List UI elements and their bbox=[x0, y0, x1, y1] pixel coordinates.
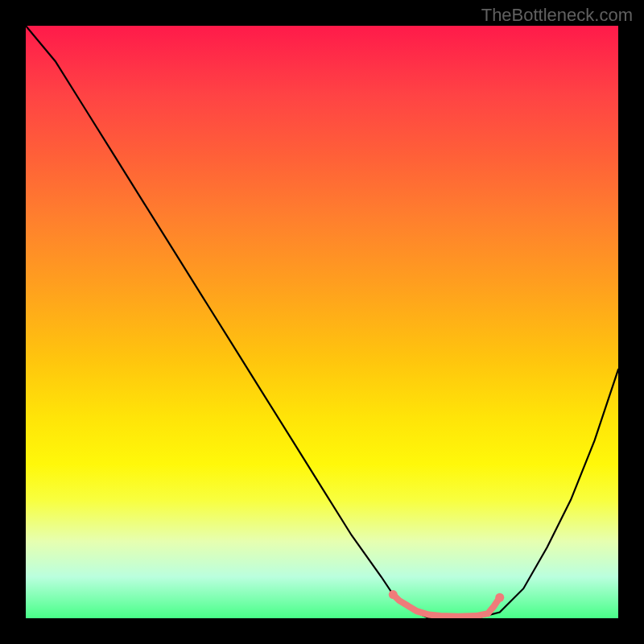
chart-svg bbox=[26, 26, 618, 618]
highlight-dot-left bbox=[389, 590, 398, 599]
plot-area bbox=[26, 26, 618, 618]
highlight-band bbox=[393, 595, 500, 617]
watermark-text: TheBottleneck.com bbox=[481, 5, 633, 26]
highlight-dot-right bbox=[495, 593, 504, 602]
bottleneck-curve bbox=[26, 26, 618, 618]
